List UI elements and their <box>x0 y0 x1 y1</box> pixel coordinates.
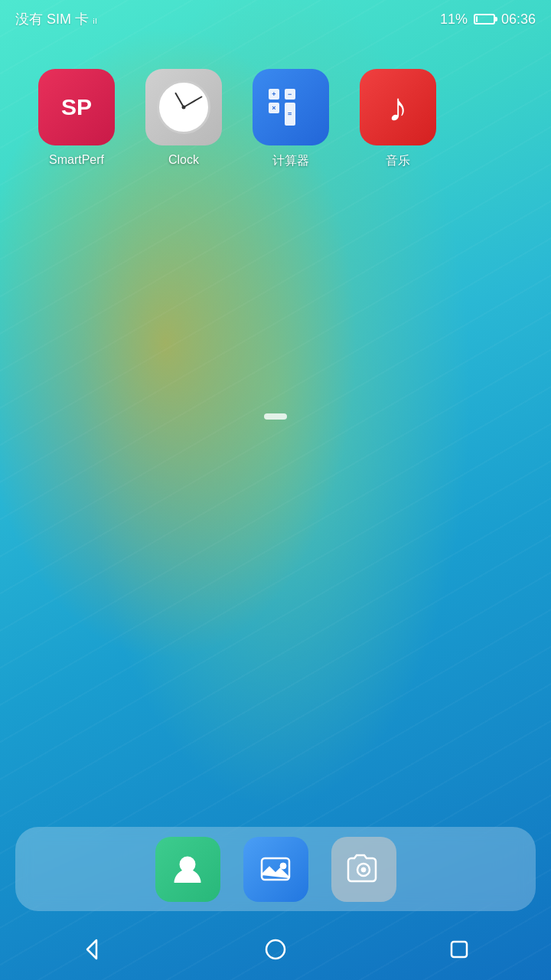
app-label-music: 音乐 <box>386 153 410 169</box>
app-smartperf[interactable]: SP SmartPerf <box>31 69 122 169</box>
battery-body <box>474 14 495 24</box>
app-clock[interactable]: Clock <box>138 69 230 169</box>
app-grid: SP SmartPerf Clock + − × = 计算器 <box>0 54 551 185</box>
dock-camera[interactable] <box>331 837 396 902</box>
calculator-grid: + − × = <box>269 89 313 126</box>
app-label-calculator: 计算器 <box>272 153 309 169</box>
clock-time: 06:36 <box>501 11 536 28</box>
nav-bar <box>0 919 551 980</box>
dock-bar <box>15 827 536 911</box>
camera-icon <box>345 851 382 887</box>
status-right: 11% 06:36 <box>440 11 536 28</box>
recents-icon <box>447 937 471 962</box>
calc-spacer2 <box>300 103 311 113</box>
nav-recents-button[interactable] <box>436 926 482 972</box>
clock-face <box>157 80 210 134</box>
svg-point-2 <box>280 863 286 869</box>
gallery-icon <box>257 851 294 887</box>
dock-gallery[interactable] <box>243 837 308 902</box>
signal-icon: ᵢₗ <box>93 13 97 26</box>
app-icon-smartperf[interactable]: SP <box>38 69 115 145</box>
app-icon-music[interactable]: ♪ <box>360 69 436 145</box>
app-icon-clock[interactable] <box>145 69 222 145</box>
nav-home-button[interactable] <box>253 926 298 972</box>
sim-text: 没有 SIM 卡 <box>15 11 89 27</box>
dock-contacts[interactable] <box>155 837 220 902</box>
battery-percent: 11% <box>440 11 468 28</box>
app-calculator[interactable]: + − × = 计算器 <box>245 69 337 169</box>
svg-marker-5 <box>87 940 96 959</box>
page-indicator <box>264 413 287 420</box>
back-icon <box>80 937 104 962</box>
status-bar: 没有 SIM 卡 ᵢₗ 11% 06:36 <box>0 0 551 38</box>
music-note-icon: ♪ <box>388 84 408 130</box>
contacts-icon <box>169 851 206 887</box>
nav-back-button[interactable] <box>69 926 115 972</box>
sim-status: 没有 SIM 卡 ᵢₗ <box>15 10 97 28</box>
svg-point-4 <box>361 867 366 872</box>
calc-times: × <box>269 103 279 113</box>
home-icon <box>263 937 288 962</box>
battery-fill <box>476 16 478 22</box>
clock-minute-hand <box>184 96 203 108</box>
app-icon-calculator[interactable]: + − × = <box>253 69 329 145</box>
page-dot-active <box>264 413 287 420</box>
calc-equals: = <box>285 103 295 126</box>
svg-point-6 <box>266 940 285 959</box>
smartperf-logo-text: SP <box>61 94 92 120</box>
app-label-clock: Clock <box>168 153 199 167</box>
svg-rect-7 <box>452 942 467 957</box>
app-music[interactable]: ♪ 音乐 <box>352 69 444 169</box>
app-label-smartperf: SmartPerf <box>49 153 104 167</box>
clock-center-dot <box>182 106 186 109</box>
battery-icon <box>474 14 495 24</box>
calc-spacer <box>300 89 311 100</box>
calc-minus: − <box>285 89 295 100</box>
svg-point-0 <box>181 858 194 871</box>
calc-plus: + <box>269 89 279 100</box>
